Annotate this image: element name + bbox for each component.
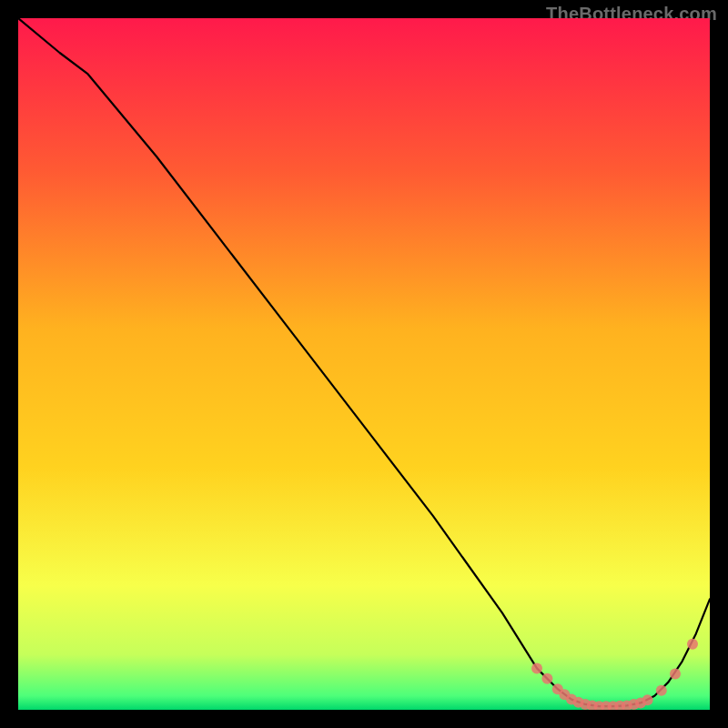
gradient-background — [18, 18, 710, 710]
highlight-dot — [687, 639, 698, 650]
plot-area — [18, 18, 710, 710]
highlight-dot — [541, 673, 552, 684]
highlight-dot — [642, 694, 653, 705]
chart-frame: TheBottleneck.com — [0, 0, 728, 728]
highlight-dot — [670, 668, 681, 679]
highlight-dot — [531, 662, 542, 673]
bottleneck-chart — [18, 18, 710, 710]
highlight-dot — [656, 685, 667, 696]
